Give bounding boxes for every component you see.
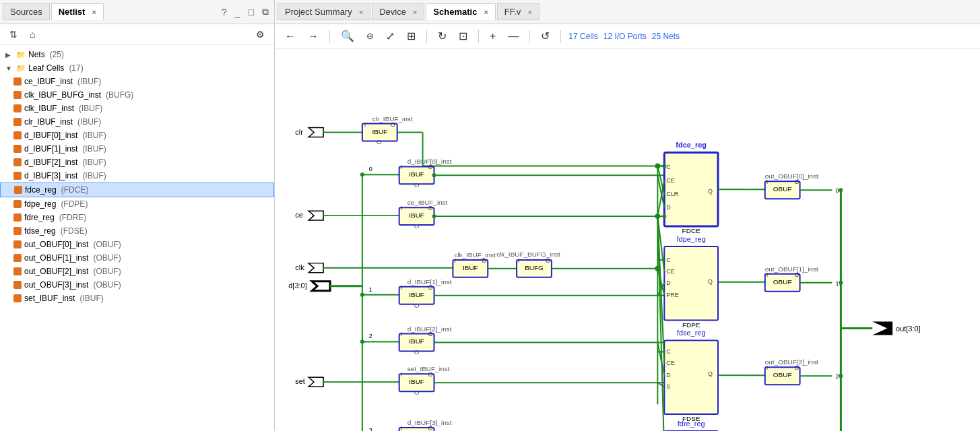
- out3-obuf-label: out_OBUF[3]_inst: [24, 280, 88, 290]
- svg-point-182: [655, 266, 660, 271]
- tab-netlist-close[interactable]: ×: [92, 8, 96, 16]
- zoom-out-button[interactable]: ⊖: [363, 29, 377, 43]
- schematic-canvas[interactable]: .wire { stroke: #1a8a1a; stroke-width: 2…: [275, 48, 980, 431]
- svg-text:fdre_reg: fdre_reg: [678, 420, 705, 428]
- out1-obuf-label: out_OBUF[1]_inst: [24, 253, 88, 263]
- svg-text:D: D: [666, 279, 671, 286]
- svg-text:O: O: [377, 138, 382, 145]
- tree-item-fdpe-reg[interactable]: fdpe_reg (FDPE): [0, 197, 274, 211]
- fdse-reg-label: fdse_reg: [24, 226, 56, 236]
- svg-text:IBUF: IBUF: [409, 378, 424, 385]
- svg-point-180: [655, 163, 660, 168]
- svg-text:2: 2: [835, 373, 839, 380]
- tab-project-summary[interactable]: Project Summary ×: [277, 3, 370, 20]
- tab-device[interactable]: Device ×: [372, 3, 424, 20]
- tree-item-fdse-reg[interactable]: fdse_reg (FDSE): [0, 224, 274, 238]
- minimize-button[interactable]: _: [232, 5, 243, 19]
- settings-button[interactable]: ⚙: [252, 27, 269, 42]
- tree-item-clk-bufg[interactable]: clk_IBUF_BUFG_inst (BUFG): [0, 88, 274, 102]
- svg-text:fdpe_reg: fdpe_reg: [677, 235, 706, 243]
- clk-ibuf-icon: [13, 104, 22, 112]
- svg-text:OBUF: OBUF: [773, 278, 792, 286]
- svg-text:Q: Q: [708, 188, 713, 195]
- tree-item-out3-obuf[interactable]: out_OBUF[3]_inst (OBUF): [0, 278, 274, 292]
- tree-item-d2-ibuf[interactable]: d_IBUF[2]_inst (IBUF): [0, 156, 274, 169]
- tree-item-clk-ibuf[interactable]: clk_IBUF_inst (IBUF): [0, 102, 274, 115]
- d1-ibuf-icon: [13, 145, 22, 153]
- tab-sources[interactable]: Sources: [3, 3, 50, 20]
- float-button[interactable]: ⧉: [259, 5, 271, 19]
- svg-text:FDCE: FDCE: [682, 227, 700, 234]
- tab-ffv-close[interactable]: ×: [527, 8, 531, 16]
- tree-item-out0-obuf[interactable]: out_OBUF[0]_inst (OBUF): [0, 238, 274, 251]
- schematic-toolbar: ← → 🔍 ⊖ ⤢ ⊞ ↻ ⊡ + — ↺ 17 Cells 12 I/O Po…: [275, 24, 980, 48]
- svg-point-191: [839, 188, 843, 192]
- svg-text:CE: CE: [666, 177, 674, 184]
- forward-button[interactable]: →: [304, 28, 322, 44]
- zoom-in-button[interactable]: 🔍: [337, 28, 358, 44]
- nets-stat[interactable]: 25 Nets: [652, 32, 680, 41]
- svg-text:out_OBUF[1]_inst: out_OBUF[1]_inst: [765, 265, 818, 273]
- tree-item-d1-ibuf[interactable]: d_IBUF[1]_inst (IBUF): [0, 142, 274, 156]
- svg-text:set: set: [295, 377, 305, 385]
- svg-point-181: [655, 213, 660, 219]
- svg-point-192: [839, 281, 843, 285]
- remove-button[interactable]: —: [504, 28, 522, 44]
- svg-text:I: I: [401, 331, 403, 337]
- maximize-button[interactable]: □: [246, 5, 257, 19]
- tree-item-out2-obuf[interactable]: out_OBUF[2]_inst (OBUF): [0, 265, 274, 278]
- tree-container[interactable]: ▶ 📁 Nets (25) ▼ 📁 Leaf Cells (17) ce_IBU…: [0, 45, 274, 431]
- expand-all-button[interactable]: ⇅: [5, 27, 22, 42]
- refresh-button[interactable]: ↺: [537, 28, 553, 44]
- clr-ibuf-label: clr_IBUF_inst: [24, 117, 73, 127]
- d2-ibuf-type: (IBUF): [82, 158, 106, 167]
- tab-project-summary-label: Project Summary: [285, 7, 352, 17]
- tab-netlist[interactable]: Netlist ×: [51, 3, 104, 20]
- separator-3: [478, 30, 479, 43]
- tab-ffv[interactable]: FF.v ×: [497, 3, 540, 20]
- collapse-all-button[interactable]: ⌂: [26, 27, 39, 42]
- clk-ibuf-label: clk_IBUF_inst: [24, 104, 74, 113]
- tree-group-nets[interactable]: ▶ 📁 Nets (25): [0, 48, 274, 61]
- tree-item-clr-ibuf[interactable]: clr_IBUF_inst (IBUF): [0, 115, 274, 129]
- svg-text:C: C: [666, 348, 671, 355]
- cells-stat[interactable]: 17 Cells: [568, 32, 597, 41]
- tab-schematic[interactable]: Schematic ×: [426, 3, 495, 20]
- svg-text:CE: CE: [666, 360, 674, 366]
- flip-button[interactable]: ⊡: [455, 28, 471, 44]
- rotate-button[interactable]: ↻: [434, 28, 450, 44]
- d0-ibuf-icon: [13, 131, 22, 139]
- io-ports-stat[interactable]: 12 I/O Ports: [603, 32, 647, 41]
- tab-device-close[interactable]: ×: [413, 8, 417, 16]
- tree-item-fdce-reg[interactable]: fdce_reg (FDCE): [0, 183, 274, 197]
- svg-text:D: D: [666, 204, 671, 211]
- svg-text:CE: CE: [666, 268, 674, 275]
- svg-point-183: [662, 164, 666, 168]
- svg-text:3: 3: [369, 427, 372, 431]
- fit-button[interactable]: ⤢: [383, 28, 398, 44]
- tab-ffv-label: FF.v: [504, 7, 521, 17]
- ce-ibuf-label: ce_IBUF_inst: [24, 77, 73, 86]
- back-button[interactable]: ←: [282, 28, 299, 44]
- add-button[interactable]: +: [486, 28, 499, 44]
- tab-project-summary-close[interactable]: ×: [359, 8, 363, 16]
- tree-group-leafcells[interactable]: ▼ 📁 Leaf Cells (17): [0, 61, 274, 75]
- fit-selection-button[interactable]: ⊞: [403, 28, 419, 44]
- tree-item-out1-obuf[interactable]: out_OBUF[1]_inst (OBUF): [0, 251, 274, 265]
- d3-ibuf-icon: [13, 172, 22, 180]
- svg-text:I: I: [518, 257, 520, 264]
- tree-item-set-ibuf[interactable]: set_IBUF_inst (IBUF): [0, 292, 274, 305]
- tree-item-fdre-reg[interactable]: fdre_reg (FDRE): [0, 211, 274, 224]
- svg-text:D: D: [666, 372, 671, 378]
- tree-item-d0-ibuf[interactable]: d_IBUF[0]_inst (IBUF): [0, 129, 274, 142]
- clk-bufg-icon: [13, 91, 22, 99]
- tree-item-d3-ibuf[interactable]: d_IBUF[3]_inst (IBUF): [0, 169, 274, 183]
- svg-text:0: 0: [369, 166, 372, 172]
- svg-text:IBUF: IBUF: [409, 211, 424, 219]
- out2-obuf-icon: [13, 267, 22, 275]
- set-ibuf-icon: [13, 294, 22, 302]
- svg-text:OBUF: OBUF: [773, 371, 792, 378]
- tree-item-ce-ibuf[interactable]: ce_IBUF_inst (IBUF): [0, 75, 274, 88]
- help-button[interactable]: ?: [219, 5, 230, 19]
- tab-schematic-close[interactable]: ×: [484, 8, 488, 16]
